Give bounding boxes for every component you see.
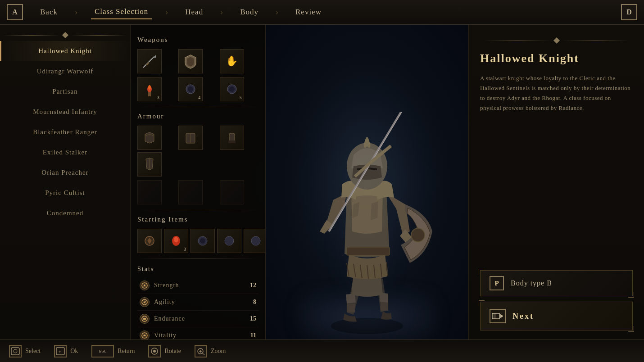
body-type-key-box: P [490,276,504,290]
next-button[interactable]: Next [480,302,633,330]
svg-rect-31 [347,247,390,255]
bottom-action-zoom: Zoom [195,345,226,357]
stat-row-vitality: Vitality 11 [137,327,259,339]
nav-sep-2: › [165,8,168,17]
nav-key-d: D [621,4,637,20]
weapons-grid-row2: 3 4 5 [137,77,259,101]
bottom-action-rotate: Rotate [148,345,181,357]
body-type-button[interactable]: P Body type B [480,270,633,296]
info-panel-deco [480,38,633,43]
ok-label: Ok [70,348,78,355]
class-item-pyric-cultist[interactable]: Pyric Cultist [0,183,130,203]
next-button-icon [490,309,506,323]
svg-point-17 [174,237,178,242]
return-key-icon: ESC [91,345,114,357]
starting-item-4[interactable] [217,229,241,253]
rotate-key-icon [148,345,161,357]
svg-point-19 [200,238,205,244]
slot-number-4: 4 [198,95,200,100]
weapon-slot-shield[interactable] [178,49,203,73]
info-panel: Hallowed Knight A stalwart knight whose … [468,25,644,339]
starting-items-title: Starting Items [137,216,259,223]
nav-review[interactable]: Review [292,5,325,19]
weapons-grid-row1: ✋ [137,49,259,73]
stat-row-strength: Strength 12 [137,277,259,294]
character-display [266,25,468,339]
svg-point-5 [148,85,151,90]
class-item-blackfeather-ranger[interactable]: Blackfeather Ranger [0,122,130,142]
next-button-label: Next [512,312,534,321]
nav-sep-1: › [75,8,77,17]
class-item-hallowed-knight[interactable]: Hallowed Knight [0,41,130,61]
nav-back[interactable]: Back [36,5,61,19]
strength-value: 12 [247,282,256,289]
svg-rect-42 [11,348,19,355]
stat-row-agility: Agility 8 [137,294,259,311]
section-divider-3 [137,258,259,259]
class-item-partisan[interactable]: Partisan [0,81,130,102]
svg-point-32 [411,228,425,242]
weapon-slot-torch[interactable]: 3 [137,77,162,101]
section-divider-2 [137,210,259,210]
leg-armor-icon [141,156,158,172]
strength-label: Strength [154,282,243,289]
class-item-orian-preacher[interactable]: Orian Preacher [0,163,130,183]
select-label: Select [25,348,41,355]
starting-item-5[interactable] [244,229,266,253]
weapon-slot-item3[interactable]: 5 [220,77,244,101]
select-key-icon [9,345,22,357]
starting-item-1[interactable] [137,229,162,253]
starting-items-grid: 3 [137,229,259,253]
armour-slot-empty1[interactable] [137,180,162,204]
armour-slot-empty2[interactable] [178,180,203,204]
bottom-action-return: ESC Return [91,345,135,357]
starting-item-2[interactable]: 3 [164,229,188,253]
svg-line-49 [202,353,204,355]
info-spacer [480,113,633,270]
bottom-action-ok: ↵ Ok [54,345,78,357]
weapon-slot-sword[interactable] [137,49,162,73]
armour-slot-empty3[interactable] [220,180,244,204]
class-item-exiled-stalker[interactable]: Exiled Stalker [0,142,130,163]
svg-point-21 [251,236,260,245]
starting-item5-icon [248,233,264,249]
starting-item4-icon [221,233,237,249]
armour-grid-row2 [137,180,259,204]
svg-point-7 [188,86,193,92]
nav-body[interactable]: Body [236,5,262,19]
class-item-condemned[interactable]: Condemned [0,203,130,223]
main-content: Hallowed Knight Udirangr Warwolf Partisa… [0,25,644,339]
class-info-title: Hallowed Knight [480,52,633,65]
class-item-mournstead-infantry[interactable]: Mournstead Infantry [0,102,130,122]
agility-icon [140,297,150,307]
nav-class-selection[interactable]: Class Selection [91,5,152,19]
svg-rect-12 [229,133,235,141]
class-info-description: A stalwart knight whose loyalty to the C… [480,73,633,113]
weapons-title: Weapons [137,36,259,44]
top-navigation: A Back › Class Selection › Head › Body ›… [0,0,644,25]
torch-icon [141,81,158,97]
sword-icon [141,53,158,69]
armour-slot-chest[interactable] [137,126,162,150]
svg-point-9 [229,86,235,92]
weapon-slot-hand[interactable]: ✋ [220,49,244,73]
starting-item-3[interactable] [190,229,215,253]
svg-point-43 [14,349,17,353]
center-panel: Weapons [131,25,266,339]
weapon-slot-item2[interactable]: 4 [178,77,203,101]
class-item-udirangr-warwolf[interactable]: Udirangr Warwolf [0,61,130,81]
knight-figure [288,51,446,339]
item3-icon [224,81,240,97]
agility-value: 8 [247,299,256,306]
body-type-label: Body type B [511,279,552,287]
agility-label: Agility [154,299,243,306]
nav-head[interactable]: Head [181,5,207,19]
bottom-action-select: Select [9,345,41,357]
starting-item2-icon [168,233,184,249]
armour-slot-gauntlets[interactable] [220,126,244,150]
return-label: Return [118,348,135,355]
armour-title: Armour [137,113,259,120]
ok-key-icon: ↵ [54,345,67,357]
armour-slot-legs[interactable] [137,152,162,176]
armour-slot-body[interactable] [178,126,203,150]
